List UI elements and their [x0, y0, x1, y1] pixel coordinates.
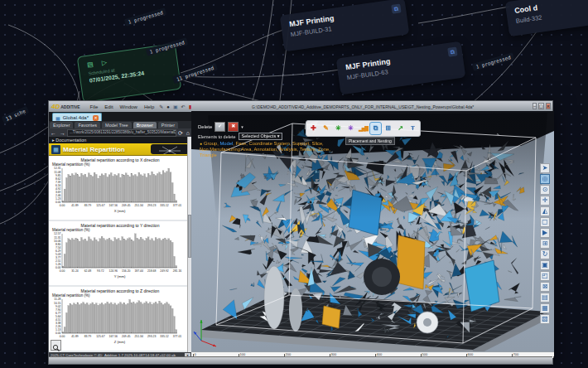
ruler-tick	[553, 356, 554, 359]
delete-view-icon[interactable]: ⊠	[540, 282, 550, 292]
cancel-delete-button[interactable]: ✖	[228, 122, 239, 132]
svg-text:187.44: 187.44	[134, 269, 142, 273]
viewport-3d: Delete ✔ ✖ ▾ Elements to delete Selected…	[191, 111, 554, 358]
external-link-icon[interactable]: ⧉	[391, 3, 401, 13]
rotate-view-icon[interactable]: ↻	[540, 249, 550, 259]
documentation-label: Documentation	[55, 138, 86, 143]
selection-box-icon[interactable]: ▢	[540, 217, 550, 227]
svg-text:125.67: 125.67	[96, 204, 104, 207]
delete-options-icon[interactable]: ▾	[241, 124, 243, 129]
svg-text:0.00: 0.00	[60, 335, 65, 338]
lattice-icon[interactable]: ✳	[345, 123, 356, 134]
back-icon[interactable]: ←	[51, 129, 56, 137]
report-icon: ▦	[51, 145, 60, 154]
fit-view-icon[interactable]: ▣	[540, 260, 550, 270]
chart-plot: 11.2810.159.027.906.775.644.513.382.261.…	[49, 298, 185, 346]
bars-glyph: ▂▅▇	[359, 123, 368, 134]
tab-browser[interactable]: Browser	[133, 122, 157, 128]
hatch-icon[interactable]: ▧	[540, 314, 550, 324]
play-view-icon[interactable]: ▶	[540, 228, 550, 238]
svg-text:83.79: 83.79	[84, 204, 92, 207]
charts-area: Material repartition according to X dire…	[49, 156, 191, 352]
analysis-chart-icon[interactable]: ▂▅▇	[358, 123, 369, 134]
delete-label: Delete	[198, 124, 212, 129]
menu-file[interactable]: File	[90, 104, 99, 109]
placement-nesting-icon[interactable]: ⧉	[370, 123, 381, 134]
header-graphic	[151, 144, 189, 154]
window-buttons: –▢✕	[533, 104, 552, 109]
svg-text:Z (mm): Z (mm)	[114, 340, 126, 344]
grid-icon[interactable]: ▦	[540, 303, 550, 313]
tab-model-tree[interactable]: Model Tree	[102, 122, 132, 128]
window-bottom-bar	[49, 356, 552, 364]
tooltip: Placement and Nesting	[345, 137, 395, 145]
repair-icon[interactable]: ✎	[321, 123, 331, 134]
svg-text:62.48: 62.48	[84, 269, 92, 273]
window-title: G:\DEMO\4D_ADDITIVE\4D_Additive_DEMOPART…	[193, 104, 533, 109]
layers-icon[interactable]: ▤	[540, 293, 550, 303]
documentation-row[interactable]: ▸ Documentation	[49, 137, 191, 143]
move-icon[interactable]: ✛	[540, 196, 550, 206]
elements-select[interactable]: Selected Objects ▾	[239, 133, 283, 140]
overlap-triangles-icon[interactable]: ◭	[540, 206, 550, 216]
corner-view-icon[interactable]: ◰	[540, 271, 550, 281]
undo-icon[interactable]: ↶	[181, 104, 186, 109]
url-field[interactable]: ...T/work/2025/00813291/22850386b/u_haff…	[67, 129, 176, 137]
menu-window[interactable]: Window	[120, 104, 137, 109]
close-tab-icon[interactable]: ✕	[93, 115, 99, 121]
confirm-delete-button[interactable]: ✔	[214, 122, 225, 132]
svg-text:249.92: 249.92	[160, 269, 168, 273]
floating-toolbar: ✚✎✳✳▂▅▇⧉⊞↗Ŧ	[306, 120, 421, 137]
material-icon[interactable]: ▮	[189, 104, 191, 109]
center-point-icon[interactable]: ⊙	[540, 185, 550, 195]
select-cursor-icon[interactable]: ➤	[540, 163, 550, 173]
svg-text:218.68: 218.68	[147, 269, 156, 273]
edit-icon[interactable]: ✎	[159, 104, 163, 109]
maximize-button[interactable]: ▢	[538, 103, 544, 109]
svg-text:Y (mm): Y (mm)	[114, 274, 126, 278]
chart-title: Material repartition according to X dire…	[49, 156, 191, 162]
svg-text:167.56: 167.56	[109, 335, 118, 338]
arrange-grid-icon[interactable]: ⊞	[383, 123, 393, 134]
tab-printer[interactable]: Printer	[158, 122, 178, 128]
forward-icon[interactable]: →	[60, 129, 65, 137]
material-repartition-header: ▦ Material Repartition	[49, 143, 191, 156]
record-icon[interactable]: ●	[166, 104, 170, 109]
svg-text:31.24: 31.24	[71, 269, 79, 273]
elements-to-delete-row: Elements to delete Selected Objects ▾	[198, 133, 282, 140]
tab-explorer[interactable]: Explorer	[50, 122, 73, 128]
export-icon[interactable]: ↗	[395, 123, 406, 134]
menu-help[interactable]: Help	[144, 104, 154, 109]
selection-before: Group,	[204, 141, 219, 146]
chart-title: Material repartition according to Y dire…	[49, 221, 191, 228]
chart-z-direction: Material repartition according to Z dire…	[49, 287, 191, 352]
menu-edit[interactable]: Edit	[104, 104, 113, 109]
quad-view-icon[interactable]: ⊞	[540, 239, 550, 249]
minimize-button[interactable]: –	[533, 103, 537, 109]
close-button[interactable]: ✕	[546, 103, 551, 109]
svg-text:293.23: 293.23	[147, 204, 156, 207]
target-icon[interactable]: ◎	[540, 174, 550, 184]
svg-text:335.12: 335.12	[160, 204, 168, 207]
svg-text:0.00: 0.00	[60, 269, 65, 273]
save-icon[interactable]: ▣	[173, 104, 178, 109]
svg-text:125.67: 125.67	[96, 335, 104, 338]
supports-icon[interactable]: ✳	[333, 123, 344, 134]
chart-plot: 12.3111.089.858.627.396.164.923.692.461.…	[49, 167, 185, 215]
svg-text:156.20: 156.20	[122, 269, 130, 273]
tab-favorites[interactable]: Favorites	[75, 122, 100, 128]
build-tools-icon[interactable]: Ŧ	[407, 123, 418, 134]
external-link-icon[interactable]: ⧉	[447, 46, 457, 56]
home-icon[interactable]: ⌂	[186, 129, 190, 137]
document-tab-label: Global.4da*	[63, 115, 89, 120]
right-toolbar: ➤◎⊙✛◭▢▶⊞↻▣◰⊠▤▦▧	[540, 162, 552, 325]
svg-text:209.45: 209.45	[122, 335, 130, 338]
elements-label: Elements to delete	[198, 134, 236, 139]
selection-highlight[interactable]: Model	[219, 141, 233, 146]
report-title: Material Repartition	[63, 146, 151, 153]
refresh-icon[interactable]: ⟳	[178, 129, 183, 137]
app-logo: 4D	[51, 103, 60, 110]
chart-x-direction: Material repartition according to X dire…	[49, 156, 191, 221]
add-part-icon[interactable]: ✚	[308, 123, 319, 134]
zoom-button[interactable]	[51, 340, 61, 351]
